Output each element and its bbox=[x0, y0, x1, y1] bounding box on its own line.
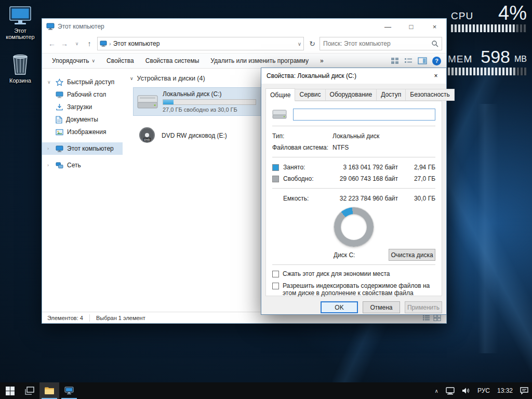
used-label: Занято: bbox=[283, 164, 331, 171]
properties-command[interactable]: Свойства bbox=[102, 55, 139, 66]
index-checkbox-row[interactable]: Разрешить индексировать содержимое файло… bbox=[266, 282, 442, 297]
desktop-icon-recycle-bin[interactable]: Корзина bbox=[0, 52, 41, 84]
ok-button[interactable]: OK bbox=[321, 301, 358, 313]
refresh-button[interactable]: ↻ bbox=[306, 37, 318, 50]
organize-label: Упорядочить bbox=[52, 57, 89, 64]
explorer-titlebar[interactable]: Этот компьютер — □ × bbox=[42, 19, 446, 34]
status-item-count: Элементов: 4 bbox=[47, 315, 83, 321]
expand-icon[interactable]: › bbox=[47, 146, 49, 151]
desktop-icon-this-pc[interactable]: Этот компьютер bbox=[0, 6, 41, 40]
refresh-icon: ↻ bbox=[309, 39, 315, 48]
filesystem-value: NTFS bbox=[332, 144, 349, 151]
disk-cleanup-button[interactable]: Очистка диска bbox=[389, 249, 435, 261]
sidebar-item-documents[interactable]: Документы bbox=[42, 113, 123, 126]
language-indicator[interactable]: РУС bbox=[474, 382, 494, 399]
drive-item-c[interactable]: Локальный диск (C:) 27,0 ГБ свободно из … bbox=[133, 87, 265, 116]
close-button[interactable]: × bbox=[423, 19, 446, 34]
cancel-button[interactable]: Отмена bbox=[363, 301, 400, 313]
mem-meter-bar bbox=[448, 68, 527, 75]
clock[interactable]: 13:32 bbox=[494, 382, 516, 399]
sidebar-item-quick-access[interactable]: ∨ Быстрый доступ bbox=[42, 76, 123, 88]
search-input[interactable] bbox=[323, 40, 431, 47]
sidebar-item-downloads[interactable]: Загрузки bbox=[42, 101, 123, 113]
compress-checkbox[interactable] bbox=[272, 271, 279, 277]
compress-checkbox-row[interactable]: Сжать этот диск для экономии места bbox=[266, 270, 442, 277]
maximize-button[interactable]: □ bbox=[400, 19, 423, 34]
separator bbox=[272, 264, 435, 265]
minimize-icon: — bbox=[384, 23, 391, 31]
uninstall-command[interactable]: Удалить или изменить программу bbox=[206, 55, 313, 66]
expand-icon[interactable]: › bbox=[47, 163, 49, 168]
sidebar-item-label: Быстрый доступ bbox=[67, 78, 114, 86]
free-legend-swatch bbox=[272, 176, 279, 182]
volume-label-input[interactable] bbox=[293, 109, 435, 121]
tray-expand-button[interactable]: ∧ bbox=[431, 382, 442, 399]
mem-widget: MEM 598 MB bbox=[448, 49, 527, 75]
overflow-icon: » bbox=[320, 57, 324, 64]
tab-general[interactable]: Общие bbox=[265, 88, 295, 101]
more-commands-button[interactable]: » bbox=[315, 55, 328, 66]
sidebar-item-this-pc[interactable]: › Этот компьютер bbox=[42, 142, 123, 155]
index-checkbox[interactable] bbox=[272, 283, 279, 289]
back-button[interactable]: ← bbox=[46, 37, 58, 50]
address-dropdown-icon[interactable]: ∨ bbox=[298, 41, 301, 47]
free-label: Свободно: bbox=[283, 175, 331, 182]
thumbnails-view-icon[interactable] bbox=[433, 314, 441, 321]
address-box[interactable]: › Этот компьютер ∨ bbox=[97, 37, 304, 50]
volume-tray-button[interactable] bbox=[458, 382, 474, 399]
speaker-icon bbox=[462, 387, 470, 394]
cpu-label: CPU bbox=[451, 10, 473, 22]
drive-usage-bar bbox=[163, 99, 256, 105]
tab-security[interactable]: Безопасность bbox=[406, 89, 455, 101]
action-center-button[interactable] bbox=[516, 382, 532, 399]
expand-icon[interactable]: ∨ bbox=[47, 79, 51, 85]
sidebar-item-label: Рабочий стол bbox=[67, 91, 106, 98]
sidebar-item-label: Загрузки bbox=[67, 103, 92, 111]
separator bbox=[272, 157, 435, 158]
free-bytes: 29 060 743 168 байт bbox=[331, 175, 398, 182]
sidebar-item-network[interactable]: › Сеть bbox=[42, 159, 123, 171]
organize-menu[interactable]: Упорядочить ∨ bbox=[47, 55, 100, 66]
svg-text:DVD: DVD bbox=[144, 138, 150, 141]
recent-locations-button[interactable]: ∨ bbox=[71, 37, 83, 50]
location-icon bbox=[100, 41, 107, 47]
computer-icon bbox=[56, 145, 63, 152]
maximize-icon: □ bbox=[409, 23, 414, 31]
drive-item-e[interactable]: DVD DVD RW дисковод (E:) bbox=[133, 123, 265, 148]
navigation-pane: ∨ Быстрый доступ Рабочий стол Загрузки bbox=[42, 69, 123, 312]
task-view-button[interactable] bbox=[20, 382, 39, 399]
tab-hardware[interactable]: Оборудование bbox=[326, 89, 377, 101]
minimize-button[interactable]: — bbox=[376, 19, 400, 34]
sidebar-item-label: Изображения bbox=[67, 128, 106, 136]
chevron-down-icon[interactable]: ∨ bbox=[130, 76, 134, 81]
network-tray-button[interactable] bbox=[442, 382, 458, 399]
sidebar-item-pictures[interactable]: Изображения bbox=[42, 126, 123, 138]
dialog-titlebar[interactable]: Свойства: Локальный диск (C:) × bbox=[261, 68, 446, 84]
start-button[interactable] bbox=[0, 382, 20, 399]
sidebar-item-label: Этот компьютер bbox=[67, 145, 114, 152]
dialog-close-button[interactable]: × bbox=[425, 68, 446, 84]
chevron-down-icon: ∨ bbox=[91, 58, 95, 63]
up-button[interactable]: ↑ bbox=[84, 37, 95, 50]
help-button[interactable]: ? bbox=[432, 57, 441, 65]
view-tiles-icon[interactable] bbox=[391, 57, 399, 64]
window-controls: — □ × bbox=[376, 19, 446, 34]
tab-sharing[interactable]: Доступ bbox=[377, 89, 406, 101]
breadcrumb[interactable]: Этот компьютер bbox=[113, 40, 160, 47]
taskbar-app-button[interactable] bbox=[59, 382, 79, 399]
search-box bbox=[320, 37, 442, 50]
type-label: Тип: bbox=[272, 132, 332, 140]
downloads-icon bbox=[56, 103, 63, 111]
taskbar-explorer-button[interactable] bbox=[39, 382, 59, 399]
view-list-icon[interactable] bbox=[404, 57, 413, 64]
capacity-label: Емкость: bbox=[283, 195, 331, 202]
action-center-icon bbox=[520, 387, 528, 394]
preview-pane-icon[interactable] bbox=[418, 57, 427, 64]
forward-button[interactable]: → bbox=[59, 37, 70, 50]
sidebar-item-desktop[interactable]: Рабочий стол bbox=[42, 88, 123, 101]
details-view-icon[interactable] bbox=[422, 314, 430, 321]
folder-icon bbox=[44, 387, 55, 395]
this-pc-icon bbox=[9, 6, 32, 26]
system-properties-command[interactable]: Свойства системы bbox=[141, 55, 204, 66]
tab-tools[interactable]: Сервис bbox=[295, 89, 325, 101]
